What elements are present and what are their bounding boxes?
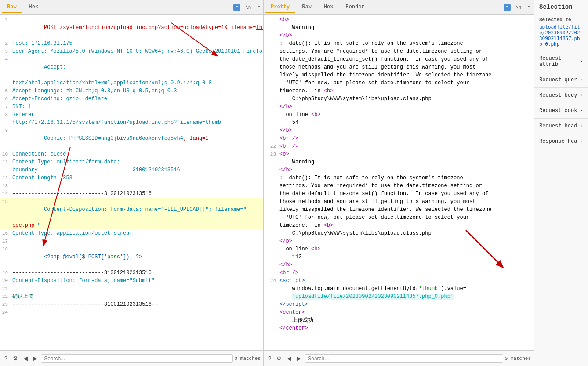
code-line: 19 -----------------------------31001210… [0,269,263,277]
request-query-section[interactable]: Request quer › [534,72,588,88]
right-pane: Pretty Raw Hex Render ≡ \n ≡ <b> [264,0,534,366]
left-ln-icon[interactable]: \n [244,4,252,11]
right-prev-button[interactable]: ◀ [285,354,293,362]
code-line: text/html,application/xhtml+xml,applicat… [0,79,263,87]
left-tab-bar: Raw Hex ≡ \n ≡ [0,0,263,15]
selected-value: uploadfile/file/20230902/20230902114857.… [534,23,588,51]
right-code-line: </b> [267,237,530,245]
code-line: boundary=-----------------------------31… [0,166,263,174]
request-cookie-section[interactable]: Request cook › [534,103,588,119]
right-code-line: timezone. in <b> [267,87,530,95]
right-code-line: C:\phpStudy\WWW\system\libs\upload.class… [267,229,530,237]
right-code-line: the date_default_timezone_set() function… [267,55,530,63]
right-code-line: likely misspelled the timezone identifie… [267,206,530,214]
right-code-line: 上传成功 [267,316,530,324]
left-settings-button[interactable]: ⚙ [11,354,20,362]
code-line: 24 [0,308,263,316]
right-settings-button[interactable]: ⚙ [275,354,283,362]
code-line: 6 Accept-Encoding: gzip, deflate [0,95,263,103]
right-code-line: </b> [267,32,530,40]
left-tab-icons: ≡ \n ≡ [233,4,261,11]
right-code-line: <br /> [267,269,530,277]
right-code-line: those methods and you are still getting … [267,198,530,206]
request-body-section[interactable]: Request body › [534,88,588,103]
right-code-line: </b> [267,261,530,269]
code-line: poc.php " [0,221,263,229]
right-code-line: 22 <br /> [267,142,530,150]
right-code-line: </script> [267,301,530,308]
response-header-title[interactable]: Response hea › [534,134,588,149]
right-code-area[interactable]: <b> Warning </b> : date(): It is not saf… [264,15,534,350]
code-line: 23 -----------------------------31001210… [0,301,263,308]
code-line: 1 POST /system/function/upload.inc.php?a… [0,16,263,40]
code-line: 2 Host: 172.16.31.175 [0,40,263,47]
request-attrib-section[interactable]: Request attrib › [534,51,588,72]
right-code-line: window.top.main.document.getElementById(… [267,285,530,293]
right-code-line: those methods and you are still getting … [267,63,530,71]
right-code-line: 'UTC' for now, but please set date.timez… [267,214,530,221]
right-matches-label: 0 matches [505,356,531,361]
right-search-input[interactable] [305,354,503,363]
left-code-wrapper: 1 POST /system/function/upload.inc.php?a… [0,15,263,350]
tab-raw-right[interactable]: Raw [297,2,317,13]
left-matches-label: 0 matches [235,356,261,361]
code-line: 13 [0,182,263,190]
request-query-title[interactable]: Request quer › [534,72,588,87]
right-code-line: : date(): It is not safe to rely on the … [267,40,530,47]
request-body-title[interactable]: Request body › [534,88,588,103]
right-help-button[interactable]: ? [266,354,273,362]
tab-hex-right[interactable]: Hex [319,2,339,13]
tab-pretty-right[interactable]: Pretty [265,2,295,13]
tab-raw-left[interactable]: Raw [2,2,22,13]
request-header-section[interactable]: Request head › [534,119,588,134]
code-line: 14 -----------------------------31001210… [0,190,263,198]
left-menu-icon[interactable]: ≡ [256,4,261,11]
right-code-line: on line <b> [267,111,530,119]
tab-render-right[interactable]: Render [340,2,370,13]
response-header-section[interactable]: Response hea › [534,134,588,149]
right-next-button[interactable]: ▶ [295,354,303,362]
request-cookie-title[interactable]: Request cook › [534,103,588,118]
code-line: 9 Cookie: PHPSESSID=hng3jbivs9na6oak5nvf… [0,127,263,150]
code-line: 22 确认上传 [0,293,263,301]
request-header-title[interactable]: Request head › [534,119,588,134]
right-code-line: : date(): It is not safe to rely on the … [267,174,530,182]
right-code-line: Warning [267,158,530,166]
right-doc-icon[interactable]: ≡ [504,4,511,11]
right-code-line: <br /> [267,134,530,142]
right-code-line: 'UTC' for now, but please set date.timez… [267,79,530,87]
right-tab-bar: Pretty Raw Hex Render ≡ \n ≡ [264,0,534,15]
side-panel: Selection Selected te uploadfile/file/20… [534,0,588,366]
left-prev-button[interactable]: ◀ [22,354,29,362]
right-code-line: settings. You are *required* to use the … [267,182,530,190]
code-line: 3 User-Agent: Mozilla/5.0 (Windows NT 10… [0,47,263,55]
tab-hex-left[interactable]: Hex [24,2,44,13]
code-line: http://172.16.31.175/system/function/upl… [0,119,263,127]
left-code-area[interactable]: 1 POST /system/function/upload.inc.php?a… [0,15,263,350]
right-code-line: likely misspelled the timezone identifie… [267,71,530,79]
right-code-line: Warning [267,24,530,32]
right-code-line: </b> [267,127,530,134]
code-line: 8 Referer: [0,111,263,119]
right-code-line: 24 <script> [267,277,530,285]
selected-section: Selected te uploadfile/file/20230902/202… [534,14,588,51]
right-menu-icon[interactable]: ≡ [526,4,532,11]
right-code-line: timezone. in <b> [267,221,530,229]
right-code-line: on line <b> [267,245,530,253]
code-line: 12 Content-Length: 353 [0,174,263,182]
selected-label: Selected te [534,14,588,23]
code-line: 10 Connection: close [0,150,263,158]
code-line: 21 [0,285,263,293]
request-attrib-title[interactable]: Request attrib › [534,51,588,72]
right-code-line: </b> [267,103,530,111]
left-doc-icon[interactable]: ≡ [233,4,241,11]
left-help-button[interactable]: ? [3,354,9,362]
right-code-line: 112 [267,253,530,261]
code-line: 7 DNT: 1 [0,103,263,111]
left-next-button[interactable]: ▶ [31,354,39,362]
code-line: 20 Content-Disposition: form-data; name=… [0,277,263,285]
right-ln-icon[interactable]: \n [514,4,523,11]
code-line: 11 Content-Type: multipart/form-data; [0,158,263,166]
code-line: 4 Accept: [0,55,263,79]
left-search-input[interactable] [41,354,232,363]
